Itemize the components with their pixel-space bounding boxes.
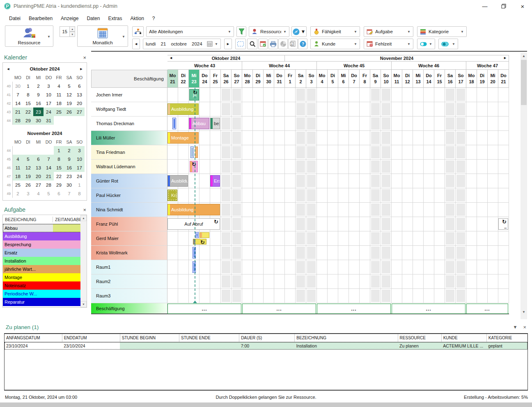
day-cell[interactable] xyxy=(445,174,456,188)
day-cell[interactable] xyxy=(253,246,264,260)
absence-filter-combo[interactable]: Fehlzeit ▼ xyxy=(364,39,413,49)
day-cell[interactable] xyxy=(306,289,317,303)
day-cell[interactable] xyxy=(285,102,296,117)
prev-period-button[interactable]: ◄ xyxy=(132,39,140,49)
day-cell[interactable] xyxy=(296,274,306,289)
mini-calendar-day[interactable]: 19 xyxy=(23,172,33,181)
search-button[interactable] xyxy=(247,39,257,49)
day-cell[interactable] xyxy=(370,117,381,131)
day-cell[interactable] xyxy=(317,188,328,203)
day-cell[interactable] xyxy=(210,131,221,145)
mini-calendar-day[interactable]: 21 xyxy=(13,107,23,116)
day-cell[interactable] xyxy=(242,203,253,217)
day-cell[interactable] xyxy=(296,88,306,102)
day-cell[interactable] xyxy=(466,102,477,117)
next-period-button[interactable]: ► xyxy=(224,39,232,49)
day-cell[interactable] xyxy=(477,174,488,188)
task-bar[interactable] xyxy=(200,232,209,238)
day-cell[interactable] xyxy=(370,246,381,260)
mini-calendar-day[interactable]: 1 xyxy=(54,146,64,155)
day-cell[interactable] xyxy=(274,260,285,274)
day-cell[interactable] xyxy=(253,217,264,231)
day-cell[interactable] xyxy=(413,160,424,174)
day-cell[interactable] xyxy=(178,260,189,274)
legend-item-periodischew[interactable]: Periodische W... xyxy=(3,290,87,298)
day-cell[interactable] xyxy=(360,289,370,303)
day-cell[interactable] xyxy=(402,231,413,246)
to-plan-column-header[interactable]: RESSOURCE xyxy=(398,334,441,342)
legend-item-abbau[interactable]: Abbau xyxy=(3,224,87,232)
next-month-icon[interactable]: ► xyxy=(78,67,85,71)
day-cell[interactable] xyxy=(221,131,232,145)
prev-month-icon[interactable]: ◄ xyxy=(5,67,12,71)
day-cell[interactable] xyxy=(402,131,413,145)
mini-calendar-day[interactable]: 19 xyxy=(64,99,74,107)
day-cell[interactable] xyxy=(370,203,381,217)
day-cell[interactable] xyxy=(232,145,242,160)
restore-button[interactable] xyxy=(494,0,513,12)
day-cell[interactable] xyxy=(242,88,253,102)
day-header[interactable]: So27 xyxy=(232,70,242,88)
day-cell[interactable] xyxy=(200,274,210,289)
day-cell[interactable] xyxy=(445,274,456,289)
mini-calendar-day[interactable]: 20 xyxy=(74,99,85,107)
day-cell[interactable] xyxy=(328,117,338,131)
day-header[interactable]: Sa26 xyxy=(221,70,232,88)
day-cell[interactable] xyxy=(242,117,253,131)
day-cell[interactable] xyxy=(242,145,253,160)
day-cell[interactable] xyxy=(424,188,434,203)
day-cell[interactable] xyxy=(456,102,466,117)
day-cell[interactable] xyxy=(445,217,456,231)
day-cell[interactable] xyxy=(488,246,498,260)
day-cell[interactable] xyxy=(200,160,210,174)
day-cell[interactable] xyxy=(317,88,328,102)
count-spinner[interactable]: 15 ▲▼ xyxy=(60,26,75,37)
day-cell[interactable] xyxy=(370,217,381,231)
day-cell[interactable] xyxy=(328,274,338,289)
resource-row-label[interactable]: Franz Pühl xyxy=(91,217,167,231)
day-cell[interactable] xyxy=(167,145,178,160)
day-cell[interactable] xyxy=(328,160,338,174)
day-cell[interactable] xyxy=(306,246,317,260)
day-cell[interactable] xyxy=(242,260,253,274)
day-cell[interactable] xyxy=(413,117,424,131)
day-cell[interactable] xyxy=(285,145,296,160)
scroll-up-icon[interactable]: ▲ xyxy=(521,53,527,59)
day-cell[interactable] xyxy=(253,231,264,246)
day-cell[interactable] xyxy=(392,246,402,260)
day-cell[interactable] xyxy=(434,203,445,217)
day-cell[interactable] xyxy=(178,145,189,160)
menu-item-daten[interactable]: Daten xyxy=(83,14,104,23)
print-button[interactable] xyxy=(268,39,278,49)
day-cell[interactable] xyxy=(274,131,285,145)
day-cell[interactable] xyxy=(328,217,338,231)
day-cell[interactable] xyxy=(445,289,456,303)
day-cell[interactable] xyxy=(466,160,477,174)
day-cell[interactable] xyxy=(167,88,178,102)
spin-up-icon[interactable]: ▲ xyxy=(70,26,75,32)
day-cell[interactable] xyxy=(253,131,264,145)
day-cell[interactable] xyxy=(392,145,402,160)
mini-calendar-day[interactable]: 8 xyxy=(23,90,33,99)
day-cell[interactable] xyxy=(424,203,434,217)
day-cell[interactable] xyxy=(360,145,370,160)
task-bar[interactable]: ↻ xyxy=(190,161,198,172)
day-cell[interactable] xyxy=(317,102,328,117)
day-cell[interactable] xyxy=(232,260,242,274)
day-cell[interactable] xyxy=(424,231,434,246)
day-header[interactable]: Fr25 xyxy=(210,70,221,88)
day-cell[interactable] xyxy=(296,260,306,274)
day-cell[interactable] xyxy=(274,274,285,289)
scroll-down-icon[interactable]: ▼ xyxy=(521,309,527,315)
mini-calendar-day[interactable]: 23 xyxy=(33,107,44,116)
mini-calendar-day[interactable]: 26 xyxy=(23,181,33,189)
day-cell[interactable] xyxy=(274,102,285,117)
category-filter-combo[interactable]: Kategorie ▼ xyxy=(417,26,467,37)
task-bar[interactable]: Ers xyxy=(210,175,220,187)
day-cell[interactable] xyxy=(167,160,178,174)
day-cell[interactable] xyxy=(328,102,338,117)
day-cell[interactable] xyxy=(488,203,498,217)
day-cell[interactable] xyxy=(178,160,189,174)
day-cell[interactable] xyxy=(370,145,381,160)
day-cell[interactable] xyxy=(349,274,360,289)
